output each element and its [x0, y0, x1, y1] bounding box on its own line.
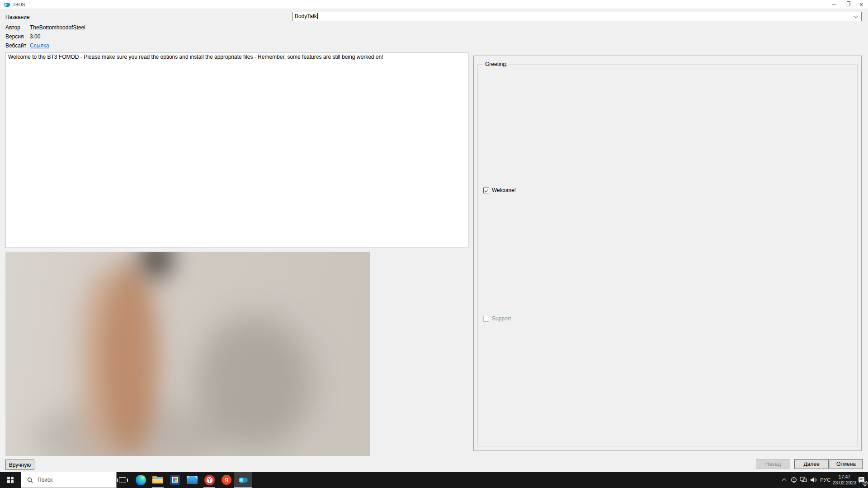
preview-shadow-blob: [195, 315, 313, 450]
window-title: TBOS: [13, 2, 25, 7]
tray-volume-button[interactable]: [809, 472, 819, 488]
yandex-icon: Я: [222, 475, 231, 485]
start-button[interactable]: [0, 472, 21, 488]
action-center-button[interactable]: 2: [856, 472, 867, 488]
notification-badge: 2: [863, 481, 868, 486]
groupbox-title: Greeting:: [483, 61, 509, 67]
description-box[interactable]: Welcome to the BT3 FOMOD - Please make s…: [5, 52, 468, 248]
next-button[interactable]: Далее: [794, 459, 829, 469]
greeting-groupbox: Greeting:: [477, 64, 858, 446]
microsoft-store-icon: [170, 475, 180, 485]
restore-icon: [846, 3, 849, 6]
option-support[interactable]: Support: [483, 315, 511, 322]
tray-app-icon: [791, 477, 797, 483]
chevron-down-icon[interactable]: [854, 14, 858, 18]
task-view-button[interactable]: [114, 472, 131, 488]
tray-time: 17:47: [839, 474, 850, 480]
website-label: Вебсайт: [5, 42, 26, 49]
taskbar-item-yandex[interactable]: Я: [218, 472, 235, 488]
tray-language-indicator[interactable]: РУС: [819, 472, 832, 488]
cancel-button[interactable]: Отмена: [830, 459, 863, 469]
options-panel: Greeting: Welcome! Support: [473, 56, 862, 451]
description-text: Welcome to the BT3 FOMOD - Please make s…: [8, 54, 383, 60]
author-label: Автор: [5, 24, 20, 31]
checkbox-label: Support: [492, 315, 511, 322]
taskbar-item-store[interactable]: [166, 472, 184, 488]
preview-figure-blob: [100, 261, 159, 455]
tray-clock[interactable]: 17:47 23.02.2023: [832, 472, 857, 488]
close-icon: ✕: [859, 2, 863, 7]
checkbox-icon: [483, 316, 489, 322]
name-label: Название: [5, 14, 30, 20]
network-icon: [800, 477, 807, 483]
search-placeholder: Поиск: [38, 477, 52, 483]
app-logo-icon: [4, 3, 10, 7]
windows-logo-icon: [7, 477, 14, 483]
restore-button[interactable]: [841, 0, 854, 9]
text-caret: [317, 13, 318, 19]
edge-icon: [136, 475, 146, 485]
tbos-app-icon: [239, 478, 248, 483]
website-link[interactable]: Ссылка: [30, 42, 49, 49]
taskbar-item-explorer[interactable]: [149, 472, 166, 488]
manual-button[interactable]: Вручную: [5, 460, 34, 470]
task-view-icon: [119, 477, 126, 483]
tray-network-button[interactable]: [798, 472, 808, 488]
search-icon: [27, 477, 33, 483]
taskbar-search-input[interactable]: Поиск: [21, 472, 117, 488]
module-name-combobox[interactable]: BodyTalk: [292, 12, 862, 21]
preview-dark-blob: [141, 252, 173, 279]
tray-app-button[interactable]: [789, 472, 798, 488]
yandex-browser-icon: Y: [204, 475, 215, 485]
taskbar-item-edge[interactable]: [132, 472, 149, 488]
speaker-icon: [810, 477, 817, 483]
tray-show-hidden-icons[interactable]: [779, 472, 788, 488]
combobox-value: BodyTalk: [295, 13, 317, 19]
back-button: Назад: [756, 459, 790, 469]
version-label: Версия: [5, 33, 24, 40]
close-button[interactable]: ✕: [854, 0, 868, 9]
file-explorer-icon: [152, 476, 163, 484]
version-value: 3.00: [30, 33, 40, 40]
taskbar-item-yandex-browser[interactable]: Y: [201, 472, 218, 488]
tray-date: 23.02.2023: [833, 480, 857, 486]
minimize-icon: [832, 5, 836, 5]
checkbox-label: Welcome!: [492, 187, 516, 193]
chevron-up-icon: [782, 479, 786, 483]
title-bar: TBOS ✕: [0, 0, 868, 9]
taskbar: Поиск Y Я: [0, 472, 868, 488]
window-controls: ✕: [827, 0, 868, 9]
minimize-button[interactable]: [827, 0, 841, 9]
mail-icon: [187, 476, 198, 484]
taskbar-item-tbos-active[interactable]: [234, 472, 252, 488]
author-value: TheBottomhoodofSteel: [30, 24, 85, 31]
mod-preview-image: [5, 252, 370, 456]
option-welcome[interactable]: Welcome!: [483, 187, 516, 193]
checkbox-icon: [483, 188, 489, 193]
taskbar-item-mail[interactable]: [184, 472, 201, 488]
